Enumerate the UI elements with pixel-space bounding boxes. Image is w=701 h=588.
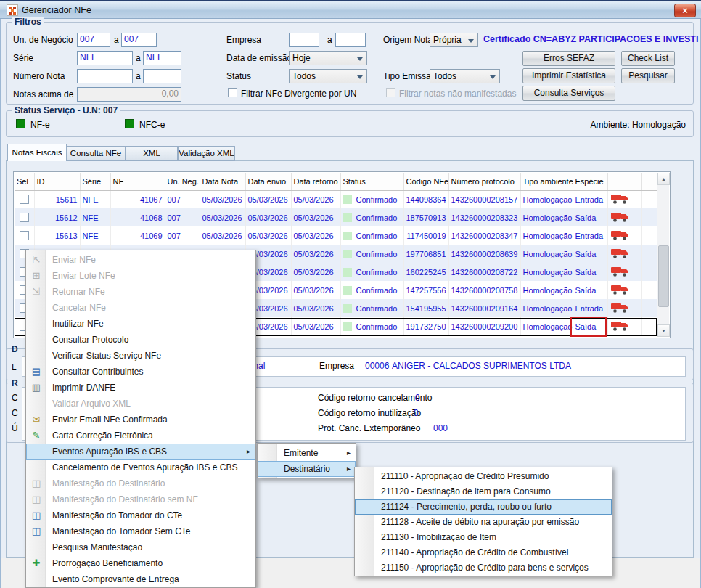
header-data-nota[interactable]: Data Nota	[200, 173, 245, 190]
tab-validacao-xml[interactable]: Validação XML	[178, 146, 235, 161]
submenu-item-211140[interactable]: 211140 - Apropriação de Crédito de Combu…	[355, 545, 612, 560]
grid-scrollbar[interactable]: ▲ ▼	[657, 173, 669, 337]
menu-item-consultar-protocolo[interactable]: Consultar Protocolo	[26, 332, 255, 348]
menu-item-enviar-email[interactable]: ✉Enviar Email NFe Confirmada	[26, 412, 255, 428]
menu-item-verificar-status-servico[interactable]: Verificar Status Serviço NFe	[26, 348, 255, 364]
status-square-icon	[343, 232, 352, 240]
check-list-button[interactable]: Check List	[621, 51, 675, 66]
detail-label-fragment: C	[12, 393, 18, 403]
header-id[interactable]: ID	[34, 173, 80, 190]
green-plus-icon: ✚	[29, 555, 44, 571]
scrollbar-thumb[interactable]	[658, 245, 669, 307]
truck-icon	[610, 229, 629, 241]
consulta-servicos-button[interactable]: Consulta Serviços	[522, 86, 615, 101]
menu-item-imprimir-danfe[interactable]: ▥Imprimir DANFE	[26, 380, 255, 396]
row-checkbox[interactable]	[20, 195, 29, 204]
enviar-lote-nfe-icon: ⊞	[29, 268, 44, 284]
menu-item-cancelamento-eventos[interactable]: Cancelamento de Eventos Apuração IBS e C…	[26, 460, 255, 475]
serie-to-input[interactable]: NFE	[143, 51, 181, 65]
header-numero-protocolo[interactable]: Número protocolo	[448, 173, 520, 190]
header-tipo-ambiente[interactable]: Tipo ambiente	[520, 173, 573, 190]
filtrar-divergente-checkbox[interactable]	[228, 88, 237, 97]
header-codigo-nfe[interactable]: Código NFe	[403, 173, 448, 190]
tipo-emissao-label: Tipo Emissão	[383, 71, 435, 81]
imprimir-estatistica-button[interactable]: Imprimir Estatística	[522, 68, 615, 83]
close-icon: ×	[682, 5, 688, 16]
submenu-item-211120[interactable]: 211120 - Destinação de item para Consumo	[355, 484, 612, 499]
table-row[interactable]: 15613 NFE 41069 007 05/03/2026 05/03/202…	[15, 226, 657, 245]
header-especie[interactable]: Espécie	[573, 173, 607, 190]
erros-sefaz-button[interactable]: Erros SEFAZ	[522, 51, 615, 66]
menu-item-manifestacao-tomador-sem-cte[interactable]: ◫Manifestação do Tomador Sem CTe	[26, 523, 255, 539]
menu-item-prorrogacao-beneficiamento[interactable]: ✚Prorrogação Beneficiamento	[26, 555, 255, 571]
truck-icon	[610, 265, 629, 277]
header-sel[interactable]: Sel	[15, 173, 34, 190]
extemporaneo-label: Prot. Canc. Extemporâneo	[318, 423, 420, 433]
menu-item-carta-correcao[interactable]: ✎Carta Correção Eletrônica	[26, 428, 255, 444]
header-status[interactable]: Status	[340, 173, 403, 190]
titlebar[interactable]: Gerenciador NFe ×	[0, 0, 701, 19]
tab-xml[interactable]: XML	[126, 146, 178, 161]
combo-arrow-icon	[357, 57, 363, 61]
menu-item-eventos-apuracao[interactable]: Eventos Apuração IBS e CBS▸	[26, 444, 255, 460]
un-negocio-from-input[interactable]: 007	[77, 33, 110, 47]
scrollbar-down-icon[interactable]: ▼	[657, 324, 670, 337]
menu-item-pesquisa-manifestacao[interactable]: Pesquisa Manifestação	[26, 539, 255, 555]
truck-icon	[610, 247, 629, 259]
submenu-item-211150[interactable]: 211150 - Apropriação de Crédito para ben…	[355, 560, 612, 576]
pesquisar-button[interactable]: Pesquisar	[621, 68, 675, 83]
submenu-item-211124[interactable]: 211124 - Perecimento, perda, roubo ou fu…	[355, 499, 612, 515]
serie-from-input[interactable]: NFE	[77, 51, 133, 65]
app-icon	[7, 4, 18, 16]
menu-item-validar-arquivo-xml: Validar Arquivo XML	[26, 396, 255, 412]
origem-nota-select[interactable]: Própria	[430, 33, 478, 47]
submenu-item-211110[interactable]: 211110 - Apropriação de Crédito Presumid…	[355, 469, 612, 484]
status-servico-group-label: Status Serviço - U.N: 007	[12, 105, 120, 115]
tipo-emissao-select[interactable]: Todos	[430, 69, 500, 83]
submenu-item-211130[interactable]: 211130 - Imobilização de Item	[355, 530, 612, 545]
truck-icon	[610, 301, 629, 314]
filtrar-divergente-label: Filtrar NFe Divergente por UN	[241, 89, 356, 99]
header-data-retorno[interactable]: Data retorno	[291, 173, 340, 190]
data-emissao-label: Data de emissão	[226, 53, 292, 63]
row-checkbox[interactable]	[20, 231, 29, 240]
range-separator: a	[136, 71, 141, 81]
submenu-item-emitente[interactable]: Emitente▸	[258, 445, 356, 461]
nfce-status-label: NFC-e	[139, 120, 165, 130]
data-emissao-select[interactable]: Hoje	[289, 51, 367, 65]
row-checkbox[interactable]	[20, 213, 29, 222]
table-row[interactable]: 15611 NFE 41067 007 05/03/2026 05/03/202…	[15, 190, 657, 208]
numero-nota-to-input[interactable]	[143, 69, 181, 83]
detail-empresa-name: ANIGER - CALCADOS SUPRIMENTOS LTDA	[392, 361, 571, 371]
tab-consulta-nfe[interactable]: Consulta NFe	[66, 146, 126, 161]
table-row[interactable]: 15612 NFE 41068 007 05/03/2026 05/03/202…	[15, 208, 657, 226]
retornar-nfe-icon: ⇲	[29, 284, 44, 300]
status-select[interactable]: Todos	[289, 69, 367, 83]
table-header-row: Sel ID Série NF Un. Neg. Data Nota Data …	[15, 173, 657, 190]
tab-notas-fiscais[interactable]: Notas Fiscais	[7, 144, 67, 161]
menu-item-enviar-lote-nfe: ⊞Enviar Lote NFe	[26, 268, 255, 284]
close-button[interactable]: ×	[674, 4, 696, 17]
submenu-item-211128[interactable]: 211128 - Aceite de débito na apuração po…	[355, 515, 612, 530]
header-data-envio[interactable]: Data envio	[245, 173, 291, 190]
menu-item-inutilizar-nfe[interactable]: Inutilizar NFe	[26, 316, 255, 332]
numero-nota-from-input[interactable]	[77, 69, 133, 83]
header-nf[interactable]: NF	[110, 173, 165, 190]
detail-group1-label-fragment: D	[12, 344, 18, 354]
nfe-context-menu: ⇱Enviar NFe ⊞Enviar Lote NFe ⇲Retornar N…	[25, 250, 256, 588]
scrollbar-up-icon[interactable]: ▲	[657, 173, 670, 185]
un-negocio-to-input[interactable]: 007	[121, 33, 157, 47]
empresa-from-input[interactable]	[289, 33, 319, 47]
menu-item-manifestacao-destinatario: ◫Manifestação do Destinatário	[26, 475, 255, 491]
empresa-to-input[interactable]	[335, 33, 366, 47]
menu-item-manifestacao-tomador-cte[interactable]: ◫Manifestação do Tomador do CTe	[26, 507, 255, 523]
header-serie[interactable]: Série	[80, 173, 110, 190]
ambiente-label: Ambiente: Homologação	[541, 120, 686, 130]
status-square-icon	[343, 322, 352, 331]
menu-item-consultar-contribuintes[interactable]: ▤Consultar Contribuintes	[26, 364, 255, 380]
filtros-group-label: Filtros	[12, 17, 44, 27]
header-un-neg[interactable]: Un. Neg.	[165, 173, 200, 190]
submenu-item-destinatario[interactable]: Destinatário▸	[258, 461, 356, 477]
status-filter-value: Todos	[292, 71, 316, 81]
menu-item-evento-comprovante-entrega[interactable]: Evento Comprovante de Entrega	[26, 571, 255, 587]
